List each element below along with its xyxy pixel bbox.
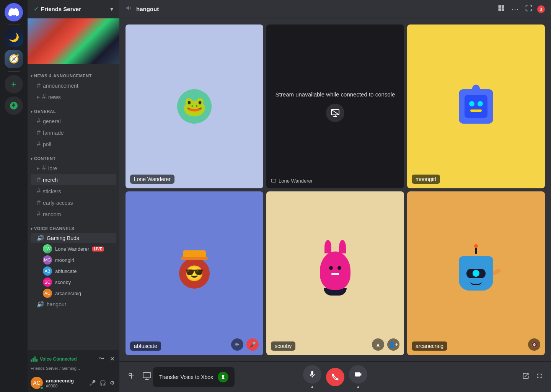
channel-lore[interactable]: ▶ # lore	[31, 163, 116, 174]
video-label-arcanecraig: arcanecraig	[412, 341, 447, 351]
video-tile-actions-abfuscate: ✏ 🎤	[231, 338, 259, 351]
grid-view-button[interactable]	[496, 3, 507, 15]
fullscreen-button[interactable]	[534, 371, 545, 383]
headset-button[interactable]: 🎧	[98, 378, 108, 387]
voice-member-scooby[interactable]: SC scooby	[31, 277, 116, 287]
popout-window-button[interactable]	[520, 371, 531, 383]
video-grid-area: 🐸 Lone Wanderer Stream unavailable while…	[119, 18, 551, 361]
video-label-abfuscate: abfuscate	[130, 341, 161, 351]
server-list: 🌙 🧭 +	[0, 0, 28, 392]
server-header[interactable]: ✓ Friends Server ▾	[28, 0, 119, 18]
channel-poll[interactable]: # poll	[31, 139, 116, 150]
add-member-icon[interactable]: 👤	[100, 118, 107, 124]
category-general[interactable]: ▾ GENERAL	[28, 103, 119, 115]
bottom-bar: Transfer Voice to Xbox ▲ ▲	[119, 361, 551, 392]
add-server-icon: +	[11, 79, 16, 90]
category-news-announcement[interactable]: ▾ NEWS & ANNOUNCEMENT	[28, 67, 119, 80]
tile-chevron-button[interactable]: ▲	[372, 338, 384, 351]
server-icon-friends[interactable]: 🧭	[5, 50, 23, 68]
tile-add-user-button[interactable]: 👤+	[387, 338, 399, 351]
user-discriminator: #0000	[46, 384, 85, 388]
category-voice-channels[interactable]: ▾ VOICE CHANNELS	[28, 220, 119, 232]
settings-icon[interactable]: ⚙	[108, 118, 113, 124]
server-icon-moon[interactable]: 🌙	[5, 28, 23, 47]
channel-news[interactable]: ▶ # news	[31, 91, 116, 103]
hash-icon: #	[37, 82, 41, 90]
main-content: hangout ⋯ 3 🐸	[119, 0, 551, 392]
member-name: abfuscate	[55, 268, 77, 274]
channel-fanmade[interactable]: # fanmade	[31, 127, 116, 138]
category-arrow: ▾	[31, 109, 33, 114]
server-icon-discord[interactable]	[5, 3, 23, 21]
main-header: hangout ⋯ 3	[119, 0, 551, 18]
voice-channel-hangout[interactable]: 🔊 hangout	[31, 299, 116, 309]
bar3	[34, 356, 36, 362]
microphone-button[interactable]: 🎤	[88, 378, 97, 387]
speaker-icon: 🔊	[37, 301, 44, 308]
category-content[interactable]: ▾ CONTENT	[28, 150, 119, 162]
voice-connected-text: Voice Connected	[40, 356, 77, 362]
hash-icon: #	[37, 187, 41, 195]
arrow-icon: ▶	[37, 95, 40, 99]
voice-channel-gaming-buds[interactable]: 🔊 Gaming Buds	[31, 233, 116, 243]
camera-button[interactable]	[349, 365, 367, 384]
channel-early-access[interactable]: # early-access	[31, 197, 116, 208]
tile-pencil-button[interactable]: ✏	[231, 338, 243, 351]
channel-merch[interactable]: # merch	[31, 174, 116, 185]
voice-member-lone-wanderer[interactable]: LW Lone Wanderer LIVE	[31, 243, 116, 254]
svg-rect-4	[143, 372, 151, 378]
add-user-button[interactable]	[126, 370, 138, 384]
screen-share-button[interactable]	[141, 370, 153, 384]
video-tile-abfuscate: 😎 abfuscate ✏ 🎤	[126, 191, 263, 355]
channel-name: merch	[43, 177, 113, 183]
svg-point-3	[129, 373, 131, 376]
server-name: Friends Server	[41, 6, 81, 12]
live-badge: LIVE	[92, 247, 104, 252]
popout-button[interactable]	[523, 3, 534, 15]
channel-sidebar: ✓ Friends Server ▾ ▾ NEWS & ANNOUNCEMENT…	[28, 0, 119, 392]
tile-mute-button-arcanecraig[interactable]: 🔇	[528, 338, 540, 351]
voice-disconnect-icon[interactable]: ✕	[108, 354, 116, 364]
server-divider-2	[8, 71, 20, 72]
server-icon-explore[interactable]	[5, 96, 23, 115]
end-call-button[interactable]	[326, 368, 344, 386]
category-label: VOICE CHANNELS	[34, 226, 74, 231]
channel-random[interactable]: # random	[31, 209, 116, 220]
category-arrow: ▾	[31, 74, 33, 78]
voice-wave-icon[interactable]: 〜	[97, 353, 106, 364]
video-label-scooby: scooby	[271, 341, 295, 351]
user-controls: 🎤 🎧 ⚙	[88, 378, 116, 387]
channel-name: hangout	[47, 301, 113, 307]
bottom-left-controls	[126, 370, 153, 384]
channel-name: fanmade	[43, 130, 113, 136]
member-name: moongirl	[55, 257, 74, 263]
voice-member-arcanecraig[interactable]: AC arcanecraig	[31, 288, 116, 299]
voice-member-moongirl[interactable]: MG moongirl	[31, 255, 116, 265]
server-icon-add[interactable]: +	[5, 75, 23, 93]
voice-member-abfuscate[interactable]: AB abfuscate	[31, 266, 116, 276]
video-label-lone-wanderer: Lone Wanderer	[130, 175, 174, 184]
channel-general[interactable]: # general 👤 ⚙	[31, 116, 116, 127]
camera-arrow-button[interactable]: ▲	[356, 384, 360, 389]
user-name: arcanecraig	[46, 378, 85, 384]
tile-mic-button[interactable]: 🎤	[246, 338, 259, 351]
microphone-arrow-button[interactable]: ▲	[310, 384, 314, 389]
server-checkmark: ✓	[34, 6, 39, 13]
server-divider	[8, 24, 20, 25]
channel-announcement[interactable]: # announcement	[31, 80, 116, 91]
microphone-button[interactable]	[303, 365, 321, 384]
stream-unavailable-text: Stream unavailable while connected to co…	[276, 91, 395, 98]
voice-bars-icon	[31, 356, 37, 362]
bar4	[36, 359, 37, 362]
member-avatar: LW	[43, 244, 52, 253]
more-options-button[interactable]: ⋯	[510, 3, 520, 15]
channel-stickers[interactable]: # stickers	[31, 186, 116, 197]
video-tile-lone-wanderer: 🐸 Lone Wanderer	[126, 24, 263, 188]
user-status-indicator	[40, 386, 44, 390]
settings-button[interactable]: ⚙	[108, 378, 116, 387]
speaker-icon: 🔊	[37, 234, 44, 242]
hash-icon: #	[37, 199, 41, 207]
member-avatar: AC	[43, 289, 52, 298]
transfer-voice-button[interactable]: Transfer Voice to Xbox	[153, 367, 235, 387]
channel-name: random	[43, 211, 113, 217]
